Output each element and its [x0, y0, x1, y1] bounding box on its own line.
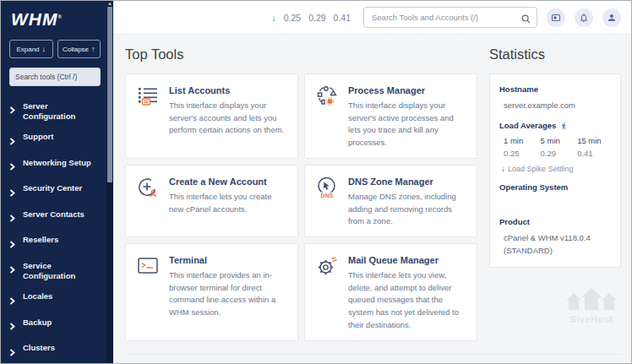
- dns-zone-icon: DNS: [315, 176, 339, 228]
- sidebar-item-clusters[interactable]: Clusters: [9, 339, 101, 363]
- bell-icon[interactable]: [575, 8, 593, 27]
- chevron-right-icon: [9, 318, 15, 334]
- arrow-down-icon: ↓: [42, 45, 46, 53]
- content-area: Top Tools: [113, 35, 631, 363]
- sidebar-expand-collapse: Expand ↓ Collapse ↑: [9, 40, 101, 58]
- sidebar-item-service-configuration[interactable]: Service Configuration: [9, 256, 101, 287]
- expand-button[interactable]: Expand ↓: [9, 40, 53, 58]
- collapse-button[interactable]: Collapse ↑: [57, 40, 101, 58]
- collapse-button-label: Collapse: [63, 46, 89, 53]
- load-value-5min: 0.29: [541, 149, 570, 158]
- card-title: DNS Zone Manager: [348, 177, 466, 187]
- sidebar-nav: Server Configuration Support Networking …: [9, 96, 101, 363]
- card-dns-zone-manager[interactable]: DNS DNS Zone Manager Manage DNS zones, i…: [304, 165, 477, 237]
- load-value-15min: 0.41: [577, 149, 611, 158]
- load-averages-info-icon[interactable]: [560, 122, 568, 130]
- whm-logo-text: WHM: [11, 9, 57, 29]
- chevron-right-icon: [9, 210, 15, 225]
- sidebar-item-label: Networking Setup: [23, 158, 91, 169]
- statistics-card: Hostname server.example.com Load Average…: [489, 73, 621, 268]
- sidebar-search-input[interactable]: [9, 68, 101, 86]
- load-header-15min: 15 min: [577, 136, 611, 145]
- search-icon[interactable]: [521, 12, 531, 27]
- sidebar-item-label: Support: [23, 132, 53, 143]
- top-tools-title: Top Tools: [125, 46, 477, 62]
- create-account-icon: [136, 176, 160, 228]
- chevron-right-icon: [9, 102, 15, 117]
- hostname-label: Hostname: [499, 84, 611, 94]
- arrow-up-icon: ↑: [91, 45, 95, 53]
- card-title: Create a New Account: [169, 177, 287, 187]
- statistics-title: Statistics: [489, 46, 621, 62]
- card-description: This interface lets you create new cPane…: [169, 191, 287, 215]
- chevron-right-icon: [9, 133, 15, 149]
- sidebar-item-server-configuration[interactable]: Server Configuration: [9, 96, 101, 128]
- process-icon: [315, 84, 339, 149]
- main-area: ↓ 0.25 0.29 0.41: [113, 1, 631, 363]
- product-value: cPanel & WHM v118.0.4 (STANDARD): [499, 232, 611, 257]
- load-averages-label: Load Averages: [499, 121, 611, 130]
- svg-text:DNS: DNS: [321, 192, 334, 198]
- card-description: This interface displays your server's ac…: [348, 100, 466, 149]
- sidebar-item-locales[interactable]: Locales: [9, 287, 101, 313]
- card-description: This interface displays your server's ac…: [169, 100, 287, 137]
- card-description: Manage DNS zones, including adding and r…: [348, 191, 466, 228]
- card-description: This interface lets you view, delete, an…: [348, 269, 466, 332]
- card-title: Terminal: [169, 255, 287, 265]
- sidebar-item-networking-setup[interactable]: Networking Setup: [9, 153, 101, 179]
- operating-system-value: [499, 198, 611, 208]
- chevron-right-icon: [9, 262, 15, 277]
- card-create-new-account[interactable]: Create a New Account This interface lets…: [125, 165, 298, 237]
- load-value-1min: 0.25: [504, 149, 533, 158]
- card-title: List Accounts: [169, 85, 287, 95]
- whm-app: WHM® Expand ↓ Collapse ↑ Server Configur…: [0, 0, 632, 364]
- sidebar-item-support[interactable]: Support: [9, 128, 101, 154]
- operating-system-label: Operating System: [499, 182, 611, 192]
- topbar-load-averages: ↓ 0.25 0.29 0.41: [271, 13, 351, 23]
- card-process-manager[interactable]: Process Manager This interface displays …: [304, 73, 477, 159]
- load-averages-table: 1 min 5 min 15 min 0.25 0.29 0.41: [499, 136, 611, 158]
- chevron-right-icon: [9, 185, 15, 200]
- scroll-up-icon[interactable]: ▲: [106, 1, 113, 7]
- user-icon[interactable]: [602, 8, 621, 27]
- load-trend-down-icon: ↓: [271, 13, 276, 23]
- sidebar-item-label: Server Contacts: [23, 209, 84, 220]
- card-mail-queue-manager[interactable]: Mail Queue Manager This interface lets y…: [304, 243, 477, 341]
- apps-icon[interactable]: [547, 8, 565, 27]
- chevron-right-icon: [9, 159, 15, 174]
- registered-mark: ®: [57, 14, 62, 19]
- card-title: Process Manager: [348, 85, 466, 95]
- sidebar-item-label: Service Configuration: [23, 261, 101, 283]
- terminal-icon: [136, 254, 160, 332]
- global-search-input[interactable]: [363, 7, 537, 28]
- card-list-accounts[interactable]: List Accounts This interface displays yo…: [125, 73, 298, 159]
- mail-queue-gear-icon: [315, 254, 339, 332]
- arrow-down-icon: ↓: [501, 164, 505, 173]
- whm-logo[interactable]: WHM®: [11, 9, 101, 30]
- sidebar-item-label: Clusters: [23, 343, 55, 354]
- sidebar-item-resellers[interactable]: Resellers: [9, 231, 101, 257]
- sidebar-item-label: Backup: [23, 318, 52, 329]
- global-search: [363, 7, 537, 28]
- load-value-1min: 0.25: [284, 13, 301, 23]
- chevron-right-icon: [9, 293, 15, 308]
- load-header-5min: 5 min: [541, 136, 570, 145]
- expand-button-label: Expand: [16, 46, 39, 53]
- product-label: Product: [499, 217, 611, 226]
- sidebar-scrollbar-thumb[interactable]: [107, 7, 112, 182]
- top-bar: ↓ 0.25 0.29 0.41: [113, 1, 631, 35]
- sidebar-item-label: Security Center: [23, 183, 82, 194]
- card-description: This interface provides an in-browser te…: [169, 269, 287, 319]
- sidebar-item-server-contacts[interactable]: Server Contacts: [9, 204, 101, 231]
- card-terminal[interactable]: Terminal This interface provides an in-b…: [125, 243, 298, 341]
- list-icon: [136, 84, 160, 149]
- sidebar-item-label: Locales: [23, 291, 52, 302]
- load-spike-status: ↓ Load Spike Settling: [499, 164, 611, 173]
- sidebar-item-backup[interactable]: Backup: [9, 312, 101, 339]
- hostname-value: server.example.com: [499, 100, 611, 111]
- chevron-right-icon: [9, 345, 15, 360]
- load-value-5min: 0.29: [308, 13, 325, 23]
- sidebar-item-security-center[interactable]: Security Center: [9, 179, 101, 205]
- sidebar-scrollbar[interactable]: ▲: [106, 1, 113, 363]
- load-averages-label-text: Load Averages: [499, 121, 556, 130]
